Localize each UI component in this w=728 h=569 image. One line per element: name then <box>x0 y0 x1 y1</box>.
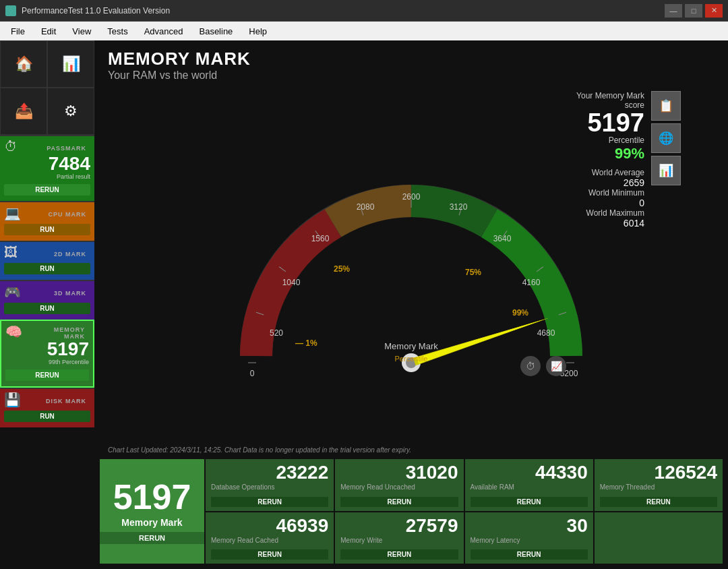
subtest-rerun-4[interactable]: RERUN <box>211 549 328 560</box>
main-score-label: Memory Mark <box>121 517 182 528</box>
sidebar-section-memmark: 🧠MEMORY MARK519799th PercentileRERUN <box>0 320 94 388</box>
maximize-button[interactable]: □ <box>685 4 702 18</box>
subtest-name-2: Available RAM <box>471 483 588 494</box>
memmark-label: MEMORY MARK <box>30 324 89 340</box>
compare-icon-button[interactable]: 📊 <box>651 156 681 185</box>
sidebar-top-icons: 🏠 📊 <box>0 40 94 88</box>
main-rerun-button[interactable]: RERUN <box>100 532 204 544</box>
subtest-rerun-2[interactable]: RERUN <box>471 497 588 507</box>
subtest-name-1: Memory Read Uncached <box>340 483 458 494</box>
2dmark-icon: 🖼 <box>4 245 30 260</box>
speedometer-icon[interactable]: ⏱ <box>520 356 541 376</box>
menu-item-advanced[interactable]: Advanced <box>136 24 191 39</box>
menu-item-view[interactable]: View <box>64 24 99 39</box>
subtest-score-6: 30 <box>471 516 588 535</box>
svg-text:3640: 3640 <box>493 234 512 243</box>
percentile-label: Percentile <box>573 136 644 145</box>
world-avg-value: 2659 <box>573 177 644 188</box>
passmark-sublabel: Partial result <box>0 173 94 181</box>
content-header: MEMORY MARK Your RAM vs the world <box>94 40 728 84</box>
page-subtitle: Your RAM vs the world <box>108 69 715 82</box>
subtest-rerun-1[interactable]: RERUN <box>340 497 458 507</box>
page-title: MEMORY MARK <box>108 49 715 69</box>
diskmark-btn[interactable]: RUN <box>4 411 90 422</box>
subtests-grid: 23222Database OperationsRERUN31020Memory… <box>206 459 723 564</box>
close-button[interactable]: ✕ <box>705 4 723 18</box>
upload-button[interactable]: 📤 <box>0 88 47 135</box>
percentile-value: 99% <box>573 145 644 162</box>
subtest-name-6: Memory Latency <box>471 537 588 547</box>
menu-item-baseline[interactable]: Baseline <box>191 24 241 39</box>
svg-text:520: 520 <box>270 328 283 338</box>
settings-button[interactable]: ⚙ <box>47 88 94 135</box>
main-score-tile: 5197 Memory Mark RERUN <box>100 459 204 564</box>
svg-text:3120: 3120 <box>450 202 468 212</box>
subtest-rerun-0[interactable]: RERUN <box>211 497 328 507</box>
menu-item-help[interactable]: Help <box>241 24 275 39</box>
svg-text:1040: 1040 <box>282 278 301 287</box>
subtest-tile-1: 31020Memory Read UncachedRERUN <box>335 459 463 511</box>
subtest-tile-4: 46939Memory Read CachedRERUN <box>206 512 334 564</box>
menu-item-file[interactable]: File <box>3 24 33 39</box>
tiles-area: 5197 Memory Mark RERUN 23222Database Ope… <box>94 456 728 569</box>
subtest-score-1: 31020 <box>340 463 458 482</box>
app-icon <box>5 5 16 16</box>
2dmark-btn[interactable]: RUN <box>4 263 90 274</box>
gauge-area: 0 520 1040 1560 2080 2600 3120 3640 <box>94 84 728 445</box>
svg-text:75%: 75% <box>465 268 481 277</box>
subtest-tile-0: 23222Database OperationsRERUN <box>206 459 334 511</box>
sidebar-mid-icons: 📤 ⚙ <box>0 88 94 135</box>
subtest-score-4: 46939 <box>211 516 328 535</box>
subtest-score-3: 126524 <box>600 463 717 482</box>
cpumark-label: CPU MARK <box>30 208 90 218</box>
subtest-name-0: Database Operations <box>211 483 328 494</box>
report-icon-button[interactable]: 📋 <box>651 91 681 121</box>
sidebar-section-cpumark: 💻CPU MARKRUN <box>0 201 94 241</box>
subtest-score-2: 44330 <box>471 463 588 482</box>
home-button[interactable]: 🏠 <box>0 40 47 88</box>
subtest-tile-5: 27579Memory WriteRERUN <box>335 512 463 564</box>
sidebar-section-passmark: ⏱PASSMARK7484Partial resultRERUN <box>0 135 94 201</box>
subtest-rerun-5[interactable]: RERUN <box>340 549 458 560</box>
subtest-name-4: Memory Read Cached <box>211 537 328 547</box>
world-min-value: 0 <box>573 198 644 208</box>
svg-text:Memory Mark: Memory Mark <box>384 341 438 351</box>
menu-item-edit[interactable]: Edit <box>33 24 64 39</box>
main-layout: 🏠 📊 📤 ⚙ ⏱PASSMARK7484Partial resultRERUN… <box>0 40 728 569</box>
passmark-score: 7484 <box>0 154 94 173</box>
globe-icon-button[interactable]: 🌐 <box>651 123 681 153</box>
subtest-score-5: 27579 <box>340 516 458 535</box>
3dmark-label: 3D MARK <box>30 287 90 297</box>
world-min-label: World Minimum <box>573 188 644 198</box>
memmark-icon: 🧠 <box>5 324 30 340</box>
title-bar-controls: — □ ✕ <box>665 4 723 18</box>
passmark-label: PASSMARK <box>30 142 90 152</box>
cpumark-btn[interactable]: RUN <box>4 224 90 235</box>
title-bar-text: PerformanceTest 11.0 Evaluation Version <box>22 6 665 16</box>
passmark-btn[interactable]: RERUN <box>4 184 90 196</box>
world-max-value: 6014 <box>573 218 644 229</box>
svg-text:1560: 1560 <box>311 234 330 243</box>
gauge-bottom-icons: ⏱ 📈 <box>520 356 566 376</box>
subtest-rerun-6[interactable]: RERUN <box>471 549 588 560</box>
gauge-container: 0 520 1040 1560 2080 2600 3120 3640 <box>216 154 607 383</box>
chart-notice: Chart Last Updated: 2024/3/11, 14:25. Ch… <box>94 445 728 456</box>
monitor-button[interactable]: 📊 <box>47 40 94 88</box>
cpumark-icon: 💻 <box>4 205 30 221</box>
menu-item-tests[interactable]: Tests <box>99 24 135 39</box>
score-label: Your Memory Mark score <box>573 91 644 110</box>
svg-text:Percentile: Percentile <box>395 355 428 363</box>
content-area: MEMORY MARK Your RAM vs the world <box>94 40 728 569</box>
svg-text:2080: 2080 <box>357 202 375 212</box>
subtest-rerun-3[interactable]: RERUN <box>600 497 717 507</box>
3dmark-btn[interactable]: RUN <box>4 303 90 314</box>
memmark-btn[interactable]: RERUN <box>5 369 89 381</box>
svg-text:2600: 2600 <box>402 192 421 202</box>
passmark-icon: ⏱ <box>4 139 30 154</box>
chart-icon[interactable]: 📈 <box>546 356 566 376</box>
sidebar-section-3dmark: 🎮3D MARKRUN <box>0 280 94 320</box>
diskmark-icon: 💾 <box>4 392 30 408</box>
3dmark-icon: 🎮 <box>4 284 30 300</box>
minimize-button[interactable]: — <box>665 4 682 18</box>
svg-text:4680: 4680 <box>537 328 555 338</box>
